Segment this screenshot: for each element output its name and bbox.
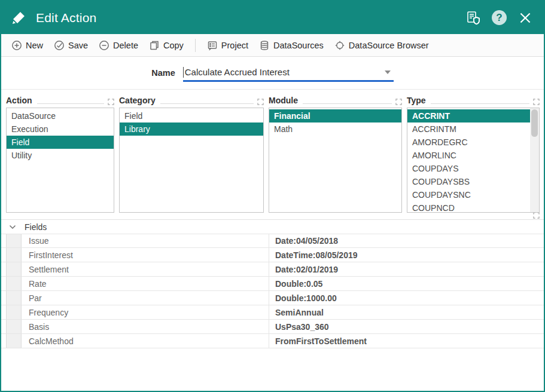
field-value-cell[interactable]: SemiAnnual [269,305,544,319]
project-list-icon [207,40,218,51]
titlebar-actions: ? [465,10,533,26]
empty-area [1,348,544,391]
save-button-label: Save [68,41,88,50]
delete-button[interactable]: Delete [93,38,144,53]
datasources-button[interactable]: DataSources [254,38,329,53]
action-panel-header: Action [6,93,114,106]
list-item[interactable]: AMORDEGRC [407,136,539,149]
list-item[interactable]: Math [269,122,401,136]
field-name-cell[interactable]: Par [22,291,269,305]
list-item-selected[interactable]: Field [7,136,114,149]
header-underline [431,103,529,104]
close-icon[interactable] [517,10,533,26]
datasource-browser-button-label: DataSource Browser [349,41,429,50]
row-indicator[interactable] [6,234,22,247]
table-row: Frequency SemiAnnual [1,305,544,320]
table-row: Settlement Date:02/01/2019 [1,262,544,277]
expand-fields-icon[interactable] [533,212,540,219]
list-item[interactable]: AMORLINC [407,149,539,162]
table-row: CalcMethod FromFirstToSettlement [1,334,544,348]
page-title: Edit Action [36,11,96,25]
row-indicator[interactable] [6,305,22,319]
text-caret [183,67,184,78]
field-name-cell[interactable]: Settlement [22,262,269,276]
list-item-selected[interactable]: ACCRINT [407,109,530,122]
name-row: Name Calculate Accrued Interest [1,57,544,89]
fields-grid: Issue Date:04/05/2018 FirstInterest Date… [1,234,544,348]
delete-circle-minus-icon [99,40,109,51]
module-panel-title: Module [269,96,298,106]
category-panel: Category Field Library [119,93,264,213]
expand-panel-icon[interactable] [108,99,114,105]
datasource-browser-button[interactable]: DataSource Browser [329,38,434,53]
name-input-value[interactable]: Calculate Accrued Interest [185,67,384,77]
new-button[interactable]: New [6,38,48,53]
list-item[interactable]: Utility [7,149,114,162]
panels-row: Action DataSource Execution Field Utilit… [1,89,544,213]
field-value-cell[interactable]: Double:1000.00 [269,291,544,305]
database-icon [259,40,270,51]
list-item-selected[interactable]: Library [120,122,263,136]
list-item[interactable]: DataSource [7,109,114,122]
save-button[interactable]: Save [48,38,93,53]
list-item[interactable]: COUPNCD [407,201,539,213]
field-value-cell[interactable]: FromFirstToSettlement [269,334,544,348]
row-indicator[interactable] [6,277,22,290]
dropdown-arrow-icon[interactable] [384,70,391,75]
field-name-cell[interactable]: Issue [22,234,269,247]
list-item[interactable]: Execution [7,122,114,136]
field-name-cell[interactable]: Rate [22,277,269,290]
field-value-cell[interactable]: Date:02/01/2019 [269,262,544,276]
field-name-cell[interactable]: FirstInterest [22,248,269,262]
list-item[interactable]: COUPDAYSBS [407,175,539,188]
titlebar: Edit Action ? [1,1,544,34]
pencil-edit-icon [11,10,27,26]
category-panel-header: Category [119,93,264,106]
type-panel-header: Type [407,93,540,106]
field-value-cell[interactable]: Double:0.05 [269,277,544,290]
compass-browser-icon [334,40,345,51]
document-shield-icon[interactable] [465,10,481,26]
type-list-scrollbar[interactable] [530,108,539,212]
new-circle-plus-icon [11,40,22,51]
copy-button[interactable]: Copy [144,38,189,53]
fields-group-header[interactable]: Fields [1,220,544,234]
help-icon[interactable]: ? [492,10,507,25]
name-label: Name [151,68,175,78]
field-value-cell[interactable]: DateTime:08/05/2019 [269,248,544,262]
datasources-button-label: DataSources [273,41,324,50]
row-indicator[interactable] [6,320,22,333]
action-panel: Action DataSource Execution Field Utilit… [6,93,114,213]
scrollbar-thumb[interactable] [531,109,538,137]
field-value-cell[interactable]: UsPsa30_360 [269,320,544,333]
row-indicator[interactable] [6,262,22,276]
field-name-cell[interactable]: Frequency [22,305,269,319]
name-combobox[interactable]: Calculate Accrued Interest [183,64,394,82]
field-value-cell[interactable]: Date:04/05/2018 [269,234,544,247]
table-row: Issue Date:04/05/2018 [1,234,544,248]
row-indicator[interactable] [6,334,22,348]
fields-section: Fields Issue Date:04/05/2018 FirstIntere… [1,219,544,391]
new-button-label: New [26,41,43,50]
table-row: FirstInterest DateTime:08/05/2019 [1,248,544,262]
list-item[interactable]: ACCRINTM [407,122,539,136]
expand-panel-icon[interactable] [395,99,402,105]
expand-panel-icon[interactable] [533,99,540,105]
header-underline [37,103,104,104]
type-listbox: ACCRINT ACCRINTM AMORDEGRC AMORLINC COUP… [407,108,540,213]
fields-group-title: Fields [25,222,47,232]
expand-panel-icon[interactable] [257,99,264,105]
copy-icon [149,40,160,51]
list-item[interactable]: Field [120,109,263,122]
field-name-cell[interactable]: CalcMethod [22,334,269,348]
copy-button-label: Copy [163,41,184,50]
list-item[interactable]: COUPDAYSNC [407,188,539,201]
list-item-selected[interactable]: Financial [269,109,401,122]
module-listbox: Financial Math [269,108,402,213]
project-button[interactable]: Project [202,38,254,53]
save-circle-check-icon [54,40,65,51]
row-indicator[interactable] [6,248,22,262]
row-indicator[interactable] [6,291,22,305]
list-item[interactable]: COUPDAYS [407,162,539,175]
field-name-cell[interactable]: Basis [22,320,269,333]
